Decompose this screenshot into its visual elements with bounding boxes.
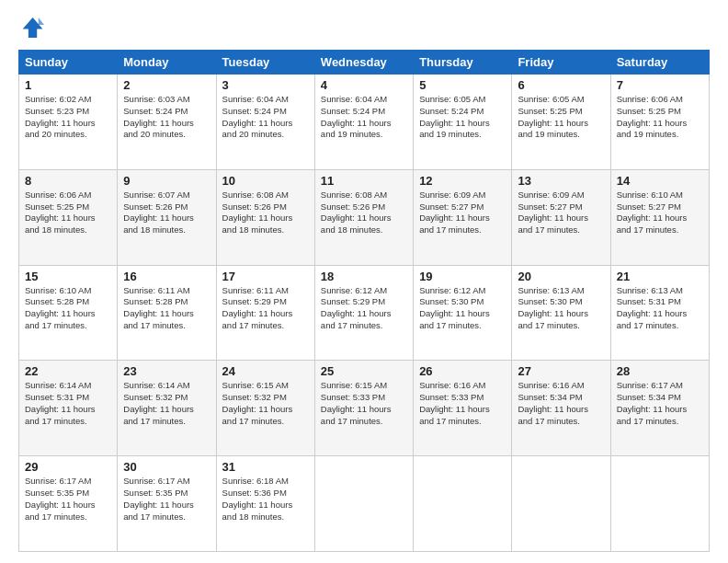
day-number: 16 (123, 270, 210, 283)
day-number: 1 (25, 78, 111, 92)
day-info: Sunrise: 6:17 AMSunset: 5:34 PMDaylight:… (617, 380, 688, 425)
day-cell: 10 Sunrise: 6:08 AMSunset: 5:26 PMDaylig… (216, 169, 314, 265)
day-cell: 6 Sunrise: 6:05 AMSunset: 5:25 PMDayligh… (512, 75, 610, 170)
day-info: Sunrise: 6:11 AMSunset: 5:28 PMDaylight:… (123, 285, 194, 330)
calendar-table: SundayMondayTuesdayWednesdayThursdayFrid… (18, 50, 710, 552)
day-cell: 13 Sunrise: 6:09 AMSunset: 5:27 PMDaylig… (512, 169, 610, 265)
day-info: Sunrise: 6:05 AMSunset: 5:24 PMDaylight:… (419, 94, 490, 139)
day-cell: 28 Sunrise: 6:17 AMSunset: 5:34 PMDaylig… (610, 361, 709, 456)
day-info: Sunrise: 6:16 AMSunset: 5:34 PMDaylight:… (518, 380, 588, 425)
day-number: 22 (25, 364, 111, 378)
day-number: 31 (222, 460, 309, 474)
day-info: Sunrise: 6:09 AMSunset: 5:27 PMDaylight:… (419, 190, 490, 235)
week-row-3: 15 Sunrise: 6:10 AMSunset: 5:28 PMDaylig… (19, 265, 710, 361)
day-number: 10 (222, 174, 309, 188)
weekday-header-sunday: Sunday (19, 51, 118, 75)
day-info: Sunrise: 6:03 AMSunset: 5:24 PMDaylight:… (123, 94, 194, 139)
day-number: 13 (518, 174, 604, 188)
day-cell: 24 Sunrise: 6:15 AMSunset: 5:32 PMDaylig… (216, 361, 314, 456)
day-info: Sunrise: 6:13 AMSunset: 5:31 PMDaylight:… (617, 285, 688, 330)
week-row-1: 1 Sunrise: 6:02 AMSunset: 5:23 PMDayligh… (19, 75, 710, 170)
day-number: 27 (518, 364, 604, 378)
weekday-header-wednesday: Wednesday (314, 51, 413, 75)
day-number: 15 (25, 270, 111, 283)
day-number: 19 (419, 270, 506, 283)
day-cell: 27 Sunrise: 6:16 AMSunset: 5:34 PMDaylig… (512, 361, 610, 456)
day-cell: 17 Sunrise: 6:11 AMSunset: 5:29 PMDaylig… (216, 265, 314, 361)
day-cell: 30 Sunrise: 6:17 AMSunset: 5:35 PMDaylig… (118, 456, 216, 552)
day-cell: 1 Sunrise: 6:02 AMSunset: 5:23 PMDayligh… (19, 75, 118, 170)
weekday-header-monday: Monday (118, 51, 216, 75)
day-number: 12 (419, 174, 506, 188)
day-info: Sunrise: 6:12 AMSunset: 5:29 PMDaylight:… (321, 285, 392, 330)
day-number: 20 (518, 270, 604, 283)
day-cell: 14 Sunrise: 6:10 AMSunset: 5:27 PMDaylig… (610, 169, 709, 265)
day-cell: 21 Sunrise: 6:13 AMSunset: 5:31 PMDaylig… (610, 265, 709, 361)
day-cell: 18 Sunrise: 6:12 AMSunset: 5:29 PMDaylig… (314, 265, 413, 361)
day-info: Sunrise: 6:06 AMSunset: 5:25 PMDaylight:… (617, 94, 688, 139)
day-info: Sunrise: 6:09 AMSunset: 5:27 PMDaylight:… (518, 190, 588, 235)
svg-marker-1 (39, 17, 44, 25)
day-info: Sunrise: 6:12 AMSunset: 5:30 PMDaylight:… (419, 285, 490, 330)
day-cell: 26 Sunrise: 6:16 AMSunset: 5:33 PMDaylig… (414, 361, 512, 456)
day-cell: 2 Sunrise: 6:03 AMSunset: 5:24 PMDayligh… (118, 75, 216, 170)
day-info: Sunrise: 6:14 AMSunset: 5:32 PMDaylight:… (123, 380, 194, 425)
day-info: Sunrise: 6:14 AMSunset: 5:31 PMDaylight:… (25, 380, 96, 425)
day-number: 11 (321, 174, 407, 188)
day-number: 6 (518, 78, 604, 92)
day-cell: 29 Sunrise: 6:17 AMSunset: 5:35 PMDaylig… (19, 456, 118, 552)
day-cell: 8 Sunrise: 6:06 AMSunset: 5:25 PMDayligh… (19, 169, 118, 265)
day-info: Sunrise: 6:17 AMSunset: 5:35 PMDaylight:… (25, 476, 96, 521)
day-number: 14 (617, 174, 703, 188)
day-info: Sunrise: 6:06 AMSunset: 5:25 PMDaylight:… (25, 190, 96, 235)
logo (18, 15, 48, 40)
day-cell: 3 Sunrise: 6:04 AMSunset: 5:24 PMDayligh… (216, 75, 314, 170)
day-info: Sunrise: 6:18 AMSunset: 5:36 PMDaylight:… (222, 476, 293, 521)
day-cell: 22 Sunrise: 6:14 AMSunset: 5:31 PMDaylig… (19, 361, 118, 456)
day-cell: 20 Sunrise: 6:13 AMSunset: 5:30 PMDaylig… (512, 265, 610, 361)
weekday-header-saturday: Saturday (610, 51, 709, 75)
day-cell: 16 Sunrise: 6:11 AMSunset: 5:28 PMDaylig… (118, 265, 216, 361)
day-info: Sunrise: 6:02 AMSunset: 5:23 PMDaylight:… (25, 94, 96, 139)
week-row-4: 22 Sunrise: 6:14 AMSunset: 5:31 PMDaylig… (19, 361, 710, 456)
day-cell: 5 Sunrise: 6:05 AMSunset: 5:24 PMDayligh… (414, 75, 512, 170)
day-number: 29 (25, 460, 111, 474)
day-number: 28 (617, 364, 703, 378)
day-cell: 15 Sunrise: 6:10 AMSunset: 5:28 PMDaylig… (19, 265, 118, 361)
day-number: 4 (321, 78, 407, 92)
day-info: Sunrise: 6:10 AMSunset: 5:27 PMDaylight:… (617, 190, 688, 235)
day-info: Sunrise: 6:10 AMSunset: 5:28 PMDaylight:… (25, 285, 96, 330)
day-info: Sunrise: 6:05 AMSunset: 5:25 PMDaylight:… (518, 94, 588, 139)
day-info: Sunrise: 6:11 AMSunset: 5:29 PMDaylight:… (222, 285, 293, 330)
page: SundayMondayTuesdayWednesdayThursdayFrid… (0, 0, 728, 563)
day-cell: 19 Sunrise: 6:12 AMSunset: 5:30 PMDaylig… (414, 265, 512, 361)
day-info: Sunrise: 6:04 AMSunset: 5:24 PMDaylight:… (222, 94, 293, 139)
day-number: 24 (222, 364, 309, 378)
day-cell: 31 Sunrise: 6:18 AMSunset: 5:36 PMDaylig… (216, 456, 314, 552)
weekday-header-row: SundayMondayTuesdayWednesdayThursdayFrid… (19, 51, 710, 75)
day-number: 2 (123, 78, 210, 92)
day-number: 7 (617, 78, 703, 92)
day-info: Sunrise: 6:17 AMSunset: 5:35 PMDaylight:… (123, 476, 194, 521)
day-cell: 12 Sunrise: 6:09 AMSunset: 5:27 PMDaylig… (414, 169, 512, 265)
day-info: Sunrise: 6:13 AMSunset: 5:30 PMDaylight:… (518, 285, 588, 330)
day-number: 18 (321, 270, 407, 283)
logo-icon (18, 15, 44, 40)
day-number: 21 (617, 270, 703, 283)
day-info: Sunrise: 6:15 AMSunset: 5:33 PMDaylight:… (321, 380, 392, 425)
day-cell: 23 Sunrise: 6:14 AMSunset: 5:32 PMDaylig… (118, 361, 216, 456)
day-number: 8 (25, 174, 111, 188)
day-cell: 4 Sunrise: 6:04 AMSunset: 5:24 PMDayligh… (314, 75, 413, 170)
day-info: Sunrise: 6:04 AMSunset: 5:24 PMDaylight:… (321, 94, 392, 139)
day-number: 26 (419, 364, 506, 378)
week-row-5: 29 Sunrise: 6:17 AMSunset: 5:35 PMDaylig… (19, 456, 710, 552)
day-info: Sunrise: 6:07 AMSunset: 5:26 PMDaylight:… (123, 190, 194, 235)
day-number: 5 (419, 78, 506, 92)
day-cell (414, 456, 512, 552)
weekday-header-friday: Friday (512, 51, 610, 75)
day-cell: 9 Sunrise: 6:07 AMSunset: 5:26 PMDayligh… (118, 169, 216, 265)
day-number: 9 (123, 174, 210, 188)
day-cell (512, 456, 610, 552)
day-cell: 25 Sunrise: 6:15 AMSunset: 5:33 PMDaylig… (314, 361, 413, 456)
day-cell: 11 Sunrise: 6:08 AMSunset: 5:26 PMDaylig… (314, 169, 413, 265)
